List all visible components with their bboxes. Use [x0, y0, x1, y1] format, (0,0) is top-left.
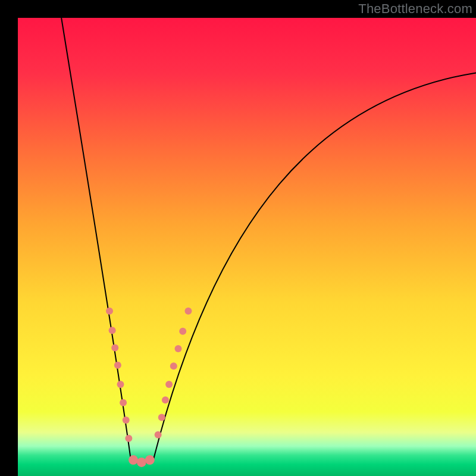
- marker-dot-bottom-0: [129, 455, 138, 465]
- marker-dot-left-6: [123, 416, 130, 424]
- marker-dot-right-6: [179, 328, 186, 335]
- marker-dot-left-4: [117, 381, 124, 388]
- marker-dot-right-3: [165, 381, 173, 388]
- chart-background: [18, 18, 476, 476]
- watermark-text: TheBottleneck.com: [358, 1, 472, 17]
- marker-dot-left-7: [125, 435, 132, 442]
- marker-dot-left-1: [109, 327, 116, 334]
- marker-dot-right-7: [184, 308, 192, 315]
- marker-dot-right-0: [155, 431, 162, 439]
- marker-dot-left-5: [120, 399, 127, 406]
- chart-svg: [18, 18, 476, 476]
- marker-dot-left-2: [111, 344, 118, 351]
- chart-frame: [18, 18, 476, 476]
- marker-dot-left-0: [106, 308, 113, 315]
- marker-dot-bottom-2: [145, 455, 155, 465]
- marker-dot-right-4: [170, 362, 177, 369]
- marker-dot-bottom-1: [137, 458, 146, 467]
- marker-dot-right-1: [158, 414, 165, 421]
- marker-dot-right-2: [162, 396, 169, 403]
- marker-dot-right-5: [175, 345, 182, 352]
- marker-dot-left-3: [114, 362, 121, 369]
